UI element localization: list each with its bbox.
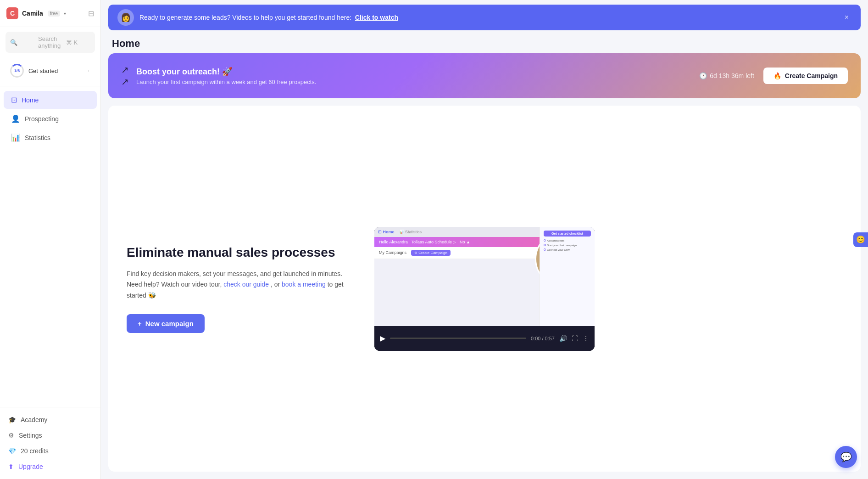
credits-label: 20 credits [21,447,49,455]
video-controls: ▶ 0:00 / 0:57 🔊 ⛶ ⋮ [374,326,595,351]
search-placeholder: Search anything [38,35,62,49]
sidebar-home-label: Home [22,96,39,104]
promo-arrow-icon-1: ↗ [121,64,129,75]
brand-badge: free [48,11,60,17]
banner-link[interactable]: Click to watch [355,14,398,21]
brand-icon: C [6,7,18,19]
page-title: Home [112,38,857,50]
brand-chevron-icon: ▾ [64,11,66,16]
checklist-item-3: Connect your CRM [544,248,591,252]
side-hint-icon: 😊 [856,235,865,244]
sidebar-nav: ⊡ Home 👤 Prospecting 📊 Statistics [0,88,100,407]
prospecting-icon: 👤 [11,114,20,123]
video-ui-mockup: ⊡ Home 📊 Statistics 🔍 ⚙ C Hello Alexandr… [374,227,595,326]
video-time-display: 0:00 / 0:57 [531,336,555,341]
side-hint-button[interactable]: 😊 [853,232,868,247]
checklist-overlay: Get started checklist Add prospects Star… [540,227,595,326]
statistics-icon: 📊 [11,133,20,142]
chat-bubble-icon: 💬 [840,451,852,462]
main-content: 👩 Ready to generate some leads? Videos t… [101,0,868,479]
academy-icon: 🎓 [8,416,16,423]
timer-icon: 🕐 [699,72,707,79]
check-guide-link[interactable]: check our guide [223,281,269,288]
promo-icon-group: ↗ ↗ [121,64,129,87]
checklist-item-1: Add prospects [544,238,591,243]
create-campaign-button[interactable]: 🔥 Create Campaign [763,68,848,84]
academy-label: Academy [21,416,47,423]
page-header: Home [101,30,868,53]
timer-text: 6d 13h 36m left [710,72,754,79]
checklist-item-2: Start your first campaign [544,243,591,248]
sidebar-item-upgrade[interactable]: ⬆ Upgrade [4,459,97,474]
new-campaign-label: New campaign [145,320,194,327]
credits-icon: 💎 [8,447,16,455]
upgrade-icon: ⬆ [8,463,14,470]
new-campaign-plus-icon: + [138,320,142,327]
chat-bubble-button[interactable]: 💬 [835,446,857,468]
banner-avatar: 👩 [117,9,134,26]
sidebar-item-settings[interactable]: ⚙ Settings [4,428,97,443]
promo-text: Boost your outreach! 🚀 Launch your first… [136,67,316,85]
home-icon: ⊡ [11,96,17,104]
video-preview: ⊡ Home 📊 Statistics 🔍 ⚙ C Hello Alexandr… [374,227,595,326]
content-description: Find key decision makers, set your messa… [127,269,356,301]
sidebar-item-prospecting[interactable]: 👤 Prospecting [4,110,97,128]
promo-left: ↗ ↗ Boost your outreach! 🚀 Launch your f… [121,64,316,87]
promo-arrow-icon-2: ↗ [121,76,129,87]
new-campaign-button[interactable]: + New campaign [127,314,205,333]
content-heading: Eliminate manual sales processes [127,244,356,261]
brand[interactable]: C Camila free ▾ [6,7,66,19]
search-shortcut: ⌘ K [66,39,90,46]
content-left: Eliminate manual sales processes Find ke… [127,244,356,333]
search-icon: 🔍 [10,39,34,46]
brand-name: Camila [22,10,43,17]
checklist-title: Get started checklist [544,231,591,237]
sidebar-item-home[interactable]: ⊡ Home [4,91,97,109]
get-started-label: Get started [28,68,80,74]
create-campaign-icon: 🔥 [773,72,781,79]
video-timeline[interactable] [390,338,526,339]
settings-icon: ⚙ [8,432,14,439]
get-started-arrow-icon: → [85,68,90,74]
video-create-campaign-btn: ⊕ Create Campaign [411,250,451,256]
sidebar-bottom: 🎓 Academy ⚙ Settings 💎 20 credits ⬆ Upgr… [0,407,100,479]
book-meeting-link[interactable]: book a meeting [282,281,326,288]
video-icon-group: 🔊 ⛶ ⋮ [559,335,589,342]
sidebar-prospecting-label: Prospecting [25,115,59,123]
upgrade-label: Upgrade [18,463,43,470]
notification-banner: 👩 Ready to generate some leads? Videos t… [108,5,861,30]
content-area: Eliminate manual sales processes Find ke… [108,106,861,472]
sidebar-header: C Camila free ▾ ⊟ [0,0,100,27]
promo-right: 🕐 6d 13h 36m left 🔥 Create Campaign [699,68,848,84]
promo-timer: 🕐 6d 13h 36m left [699,72,754,79]
video-fullscreen-icon[interactable]: ⛶ [572,335,578,342]
create-campaign-label: Create Campaign [785,72,838,79]
search-bar[interactable]: 🔍 Search anything ⌘ K [6,32,95,53]
banner-close-button[interactable]: × [842,12,851,23]
get-started-item[interactable]: 1/6 Get started → [6,60,95,81]
sidebar-item-academy[interactable]: 🎓 Academy [4,412,97,428]
promo-card: ↗ ↗ Boost your outreach! 🚀 Launch your f… [108,53,861,98]
promo-heading: Boost your outreach! 🚀 [136,67,316,77]
banner-text: Ready to generate some leads? Videos to … [139,14,836,21]
video-more-icon[interactable]: ⋮ [583,335,589,342]
sidebar-item-credits[interactable]: 💎 20 credits [4,443,97,459]
sidebar-collapse-button[interactable]: ⊟ [88,9,94,18]
sidebar-item-statistics[interactable]: 📊 Statistics [4,129,97,147]
sidebar-divider [0,86,100,86]
video-volume-icon[interactable]: 🔊 [559,335,567,342]
sidebar-statistics-label: Statistics [25,134,50,141]
video-player[interactable]: ⊡ Home 📊 Statistics 🔍 ⚙ C Hello Alexandr… [374,227,595,351]
video-play-button[interactable]: ▶ [380,334,385,343]
get-started-progress: 1/6 [10,64,24,78]
video-inner: ⊡ Home 📊 Statistics 🔍 ⚙ C Hello Alexandr… [374,227,595,351]
sidebar: C Camila free ▾ ⊟ 🔍 Search anything ⌘ K … [0,0,101,479]
promo-subtext: Launch your first campaign within a week… [136,79,316,85]
settings-label: Settings [19,432,42,439]
